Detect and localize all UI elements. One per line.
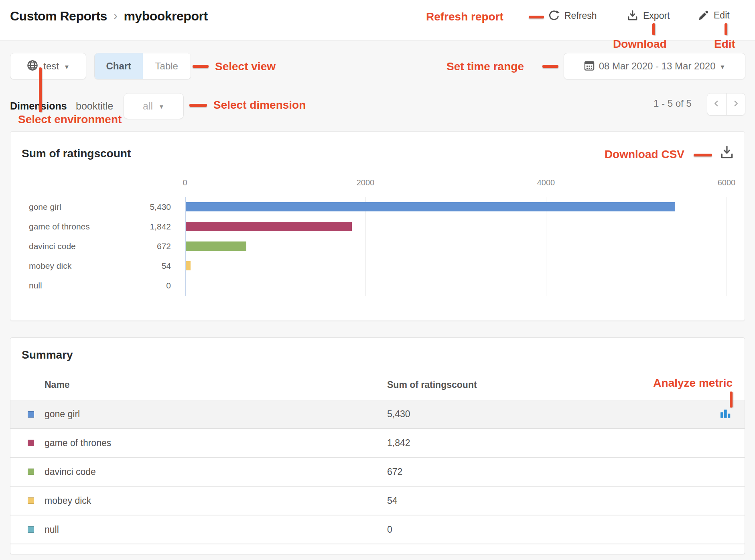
series-color-swatch <box>28 440 34 446</box>
row-name: game of thrones <box>45 438 111 448</box>
dimensions-label: Dimensions <box>10 100 67 112</box>
series-color-swatch <box>28 497 34 504</box>
chart-card: Sum of ratingscount Download CSV 0200040… <box>10 131 745 321</box>
annotation-line-environment <box>39 67 42 112</box>
x-tick-label: 0 <box>183 178 187 187</box>
bar-track <box>185 222 726 231</box>
table-row-null[interactable]: null0 <box>10 515 745 544</box>
prev-page-button[interactable] <box>707 93 727 115</box>
annotation-set-time-range: Set time range <box>447 60 524 73</box>
tab-chart[interactable]: Chart <box>95 53 143 79</box>
annotation-edit: Edit <box>714 38 735 51</box>
edit-label: Edit <box>714 10 730 21</box>
x-tick-label: 4000 <box>537 178 555 187</box>
refresh-icon <box>548 10 560 22</box>
chart-row: null0 <box>29 276 726 295</box>
column-header-value: Sum of ratingscount <box>387 379 477 390</box>
annotation-select-environment: Select environment <box>18 113 122 126</box>
export-label: Export <box>643 10 670 21</box>
table-row-davinci-code[interactable]: davinci code672 <box>10 458 745 487</box>
bar-mobey-dick <box>186 261 191 270</box>
table-row-mobey-dick[interactable]: mobey dick54 <box>10 487 745 515</box>
date-range-text: 08 Mar 2020 - 13 Mar 2020 <box>599 61 716 72</box>
chart-row: game of thrones1,842 <box>29 217 726 236</box>
annotation-dash-select-view <box>193 65 209 68</box>
summary-table-rows: gone girl5,430game of thrones1,842davinc… <box>10 400 745 544</box>
calendar-icon <box>584 60 595 73</box>
bar-value-label: 672 <box>121 241 171 251</box>
chevron-right-icon: › <box>113 9 118 22</box>
breadcrumb-section[interactable]: Custom Reports <box>10 9 107 24</box>
download-csv-icon[interactable] <box>719 145 735 162</box>
row-value: 0 <box>387 524 392 535</box>
bar-track <box>185 281 726 290</box>
summary-table-header: Name Sum of ratingscount <box>10 379 745 400</box>
bar-value-label: 1,842 <box>121 222 171 231</box>
dimension-field-label: booktitle <box>76 100 113 112</box>
annotation-line-download <box>652 23 655 35</box>
row-value: 54 <box>387 495 398 506</box>
column-header-name: Name <box>45 379 70 390</box>
bar-value-label: 5,430 <box>121 202 171 212</box>
bar-track <box>185 202 726 211</box>
date-range-picker[interactable]: 08 Mar 2020 - 13 Mar 2020 ▼ <box>564 53 745 79</box>
bar-gone-girl <box>186 202 675 211</box>
row-value: 672 <box>387 467 402 477</box>
view-toggle: Chart Table <box>94 53 191 79</box>
x-tick-label: 2000 <box>357 178 375 187</box>
chart-title: Sum of ratingscount <box>22 147 131 160</box>
annotation-download-csv: Download CSV <box>605 148 684 161</box>
bar-category-label: davinci code <box>29 241 121 251</box>
table-row-gone-girl[interactable]: gone girl5,430 <box>10 400 745 429</box>
bar-value-label: 0 <box>121 281 171 290</box>
next-page-button[interactable] <box>727 93 745 115</box>
globe-icon <box>26 59 39 73</box>
refresh-button[interactable]: Refresh <box>548 10 597 22</box>
environment-select[interactable]: test ▼ <box>10 53 86 79</box>
annotation-dash-download-csv <box>694 154 712 156</box>
row-value: 5,430 <box>387 409 410 420</box>
gridline <box>727 197 727 296</box>
annotation-select-dimension: Select dimension <box>213 99 306 112</box>
chart-row: davinci code672 <box>29 236 726 256</box>
environment-label: test <box>43 61 59 72</box>
row-name: davinci code <box>45 467 96 477</box>
annotation-refresh-report: Refresh report <box>426 10 503 23</box>
chart-row: mobey dick54 <box>29 256 726 276</box>
bar-category-label: gone girl <box>29 202 121 212</box>
dimension-value-select[interactable]: all ▼ <box>124 93 184 119</box>
top-bar: Custom Reports › mybookreport Refresh re… <box>0 0 755 41</box>
pagination <box>707 93 745 116</box>
annotation-line-analyze <box>730 392 733 408</box>
pencil-icon <box>698 10 709 21</box>
export-button[interactable]: Export <box>627 10 670 22</box>
tab-table[interactable]: Table <box>143 53 191 79</box>
annotation-line-edit <box>725 23 727 35</box>
dimension-value: all <box>143 100 153 112</box>
bar-category-label: null <box>29 281 121 290</box>
chart-row: gone girl5,430 <box>29 197 726 217</box>
caret-down-icon: ▼ <box>64 63 70 70</box>
row-value: 1,842 <box>387 438 410 448</box>
download-icon <box>627 10 639 22</box>
analyze-metric-icon[interactable] <box>719 407 732 422</box>
caret-down-icon: ▼ <box>719 63 725 70</box>
pagination-status: 1 - 5 of 5 <box>654 98 692 109</box>
summary-card: Summary Analyze metric Name Sum of ratin… <box>10 337 745 554</box>
annotation-dash-refresh <box>529 16 544 18</box>
table-row-game-of-thrones[interactable]: game of thrones1,842 <box>10 429 745 458</box>
x-tick-label: 6000 <box>718 178 736 187</box>
series-color-swatch <box>28 469 34 475</box>
bar-category-label: mobey dick <box>29 261 121 271</box>
breadcrumb: Custom Reports › mybookreport <box>10 9 208 24</box>
summary-title: Summary <box>22 349 73 361</box>
annotation-dash-time-range <box>542 65 558 68</box>
custom-report-page: Custom Reports › mybookreport Refresh re… <box>0 0 755 560</box>
annotation-download: Download <box>613 38 667 51</box>
chevron-left-icon <box>712 99 721 110</box>
bar-game-of-thrones <box>186 222 352 231</box>
row-name: mobey dick <box>45 495 91 506</box>
bar-track <box>185 261 726 270</box>
edit-button[interactable]: Edit <box>698 10 730 21</box>
bar-category-label: game of thrones <box>29 222 121 231</box>
